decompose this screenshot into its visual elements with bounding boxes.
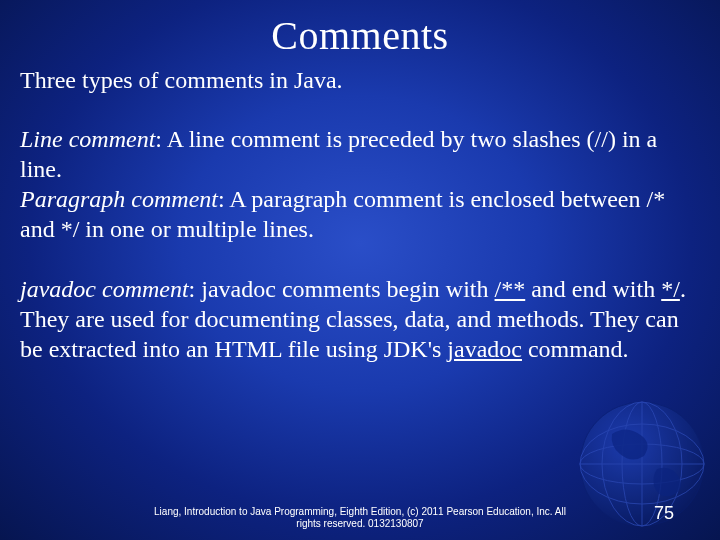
page-number: 75 — [654, 503, 674, 524]
javadoc-post: command. — [522, 336, 629, 362]
footer-line2: rights reserved. 0132130807 — [0, 518, 720, 530]
footer-citation: Liang, Introduction to Java Programming,… — [0, 506, 720, 530]
javadoc-pre: : javadoc comments begin with — [189, 276, 495, 302]
intro-text: Three types of comments in Java. — [0, 59, 720, 94]
javadoc-open-token: /** — [495, 276, 526, 302]
javadoc-comment-section: javadoc comment: javadoc comments begin … — [0, 274, 720, 364]
svg-point-2 — [580, 424, 704, 504]
paragraph-comment-term: Paragraph comment — [20, 186, 218, 212]
paragraph-comment-section: Paragraph comment: A paragraph comment i… — [0, 184, 720, 244]
footer-line1: Liang, Introduction to Java Programming,… — [0, 506, 720, 518]
slide-title: Comments — [0, 0, 720, 59]
javadoc-mid1: and end with — [525, 276, 661, 302]
svg-point-1 — [580, 444, 704, 484]
javadoc-cmd: javadoc — [447, 336, 522, 362]
line-comment-term: Line comment — [20, 126, 155, 152]
javadoc-close-token: */ — [661, 276, 680, 302]
javadoc-comment-term: javadoc comment — [20, 276, 189, 302]
line-comment-section: Line comment: A line comment is preceded… — [0, 124, 720, 184]
